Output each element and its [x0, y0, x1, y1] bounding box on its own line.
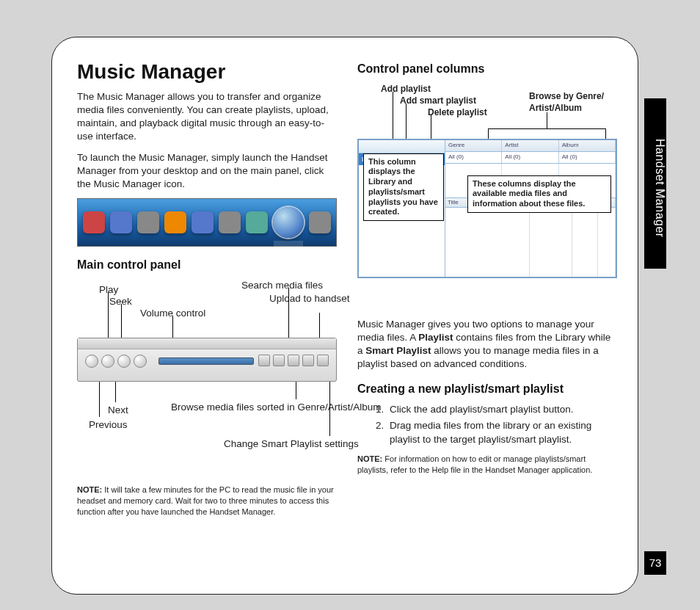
- control-panel-screenshot: [77, 338, 337, 382]
- main-control-panel-heading: Main control panel: [77, 257, 337, 273]
- label-browse: Browse media files sorted in Genre/Artis…: [171, 401, 332, 414]
- page-number: 73: [644, 551, 666, 575]
- manual-page: Music Manager The Music Manager allows y…: [51, 37, 638, 595]
- dock-icon: [309, 211, 331, 233]
- label-next: Next: [108, 404, 128, 417]
- intro-paragraph-1: The Music Manager allows you to transfer…: [77, 90, 337, 144]
- dock-icon: [219, 211, 241, 233]
- label-add-playlist: Add playlist: [381, 83, 431, 95]
- label-upload: Upload to handset: [269, 292, 335, 305]
- cell: All (0): [559, 152, 616, 163]
- step-1: Click the add playlist/smart playlist bu…: [387, 403, 613, 416]
- col-artist: Artist: [502, 140, 558, 151]
- callout-right-columns: These columns display the available medi…: [467, 175, 611, 213]
- page-title: Music Manager: [77, 58, 337, 86]
- cell: All (0): [502, 152, 558, 163]
- callout-left-column: This column displays the Library and pla…: [363, 153, 444, 222]
- dock-icon: [192, 211, 214, 233]
- app-dock-illustration: [77, 198, 337, 247]
- dock-icon: [137, 211, 159, 233]
- label-smart-settings: Change Smart Playlist settings: [224, 437, 341, 451]
- col-genre: Genre: [445, 140, 502, 151]
- control-panel-diagram: Play Seek Volume control Search media fi…: [77, 279, 337, 484]
- intro-paragraph-2: To launch the Music Manager, simply laun…: [77, 151, 337, 192]
- playlist-paragraph: Music Manager gives you two options to m…: [357, 318, 613, 371]
- label-delete-playlist: Delete playlist: [428, 106, 487, 118]
- columns-diagram: Add playlist Add smart playlist Delete p…: [357, 83, 613, 288]
- label-search: Search media files: [241, 279, 323, 292]
- step-2: Drag media files from the library or an …: [387, 419, 613, 446]
- dock-icon: [110, 211, 132, 233]
- label-previous: Previous: [89, 418, 128, 432]
- creating-playlist-steps: Click the add playlist/smart playlist bu…: [387, 403, 613, 446]
- label-add-smart-playlist: Add smart playlist: [400, 95, 476, 106]
- right-column: Control panel columns Add playlist Add s…: [357, 58, 613, 579]
- dock-icon: [83, 211, 105, 233]
- control-panel-columns-heading: Control panel columns: [357, 61, 613, 77]
- section-tab: Handset Manager: [644, 98, 666, 269]
- creating-playlist-heading: Creating a new playlist/smart playlist: [357, 381, 613, 397]
- music-manager-icon: [273, 207, 304, 238]
- note-1: NOTE: It will take a few minutes for the…: [77, 484, 337, 518]
- cell: All (0): [445, 152, 502, 163]
- dock-icon: [164, 211, 186, 233]
- note-2: NOTE: For information on how to edit or …: [357, 454, 613, 476]
- left-column: Music Manager The Music Manager allows y…: [77, 58, 337, 579]
- col-album: Album: [559, 140, 616, 151]
- label-browse-by: Browse by Genre/ Artist/Album: [529, 90, 617, 114]
- dock-icon: [246, 211, 268, 233]
